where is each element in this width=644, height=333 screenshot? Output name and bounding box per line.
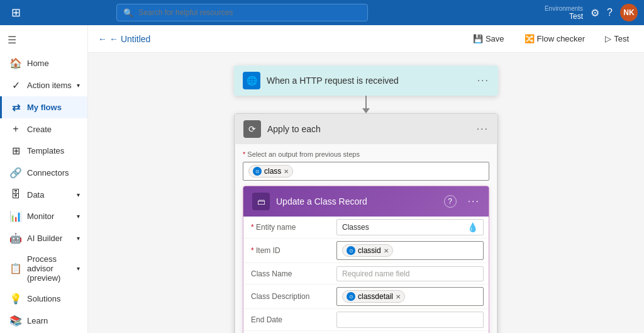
flow-title: ← Untitled [109, 34, 150, 44]
main-layout: ☰ 🏠 Home ✓ Action items ▾ ⇄ My flows + C… [0, 25, 644, 333]
sidebar-item-action-items[interactable]: ✓ Action items ▾ [0, 74, 87, 96]
sidebar-item-data[interactable]: 🗄 Data ▾ [0, 184, 87, 205]
token-input-class[interactable]: ⊙ class ✕ [243, 162, 489, 181]
classdetail-token-remove[interactable]: ✕ [396, 293, 401, 300]
sidebar-item-label: Templates [27, 146, 64, 155]
sidebar-item-label: Action items [27, 81, 72, 90]
sidebar-item-learn[interactable]: 📚 Learn [0, 310, 87, 332]
apply-node-more-icon[interactable]: ··· [477, 123, 489, 135]
field-label-class-name: Class Name [243, 266, 331, 282]
class-token-label: class [264, 167, 281, 176]
search-icon: 🔍 [123, 8, 133, 18]
test-label: Test [614, 34, 629, 43]
sidebar-item-templates[interactable]: ⊞ Templates [0, 140, 87, 162]
create-icon: + [9, 123, 22, 135]
back-button[interactable]: ← ← Untitled [98, 34, 150, 44]
field-value-class-description: ⊙ classdetail ✕ [331, 285, 489, 308]
top-nav: ⊞ 🔍 Environments Test ⚙ ? NK [0, 0, 644, 25]
field-item-id: Item ID ⊙ classid ✕ [243, 239, 489, 263]
sidebar-item-my-flows[interactable]: ⇄ My flows [0, 96, 87, 118]
field-class-name: Class Name Required name field [243, 263, 489, 285]
class-description-input[interactable]: ⊙ classdetail ✕ [336, 287, 484, 306]
apply-node-header[interactable]: ⟳ Apply to each ··· [235, 114, 497, 144]
sidebar-item-label: Learn [27, 316, 48, 325]
arrow-line [365, 96, 367, 108]
entity-name-text: Classes [342, 223, 369, 232]
select-output-label: Select an output from previous steps [243, 150, 489, 158]
chevron-down-icon: ▾ [77, 82, 80, 89]
classid-token-label: classid [358, 246, 381, 255]
classid-token-icon: ⊙ [347, 246, 355, 255]
waffle-icon[interactable]: ⊞ [6, 6, 25, 20]
ai-builder-icon: 🤖 [9, 232, 22, 244]
apply-node-body: Select an output from previous steps ⊙ c… [235, 144, 497, 333]
class-token[interactable]: ⊙ class ✕ [248, 165, 293, 178]
search-input[interactable] [138, 8, 361, 17]
entity-name-input[interactable]: Classes 💧 [336, 219, 484, 235]
field-value-end-date [331, 309, 489, 330]
chevron-down-icon: ▾ [77, 235, 80, 242]
classdetail-token-label: classdetail [358, 292, 393, 301]
save-button[interactable]: 💾 Save [468, 31, 509, 46]
sidebar-hamburger[interactable]: ☰ [0, 30, 87, 50]
classdetail-token-icon: ⊙ [347, 292, 355, 301]
class-token-remove[interactable]: ✕ [284, 168, 289, 175]
sidebar-item-connectors[interactable]: 🔗 Connectors [0, 162, 87, 184]
end-date-input[interactable] [336, 312, 484, 328]
sidebar-item-label: My flows [27, 103, 62, 112]
user-avatar[interactable]: NK [620, 4, 638, 21]
save-label: Save [486, 34, 504, 43]
sidebar-item-label: Solutions [27, 294, 60, 303]
sidebar-item-label: Connectors [27, 168, 69, 178]
sidebar-item-process-advisor[interactable]: 📋 Process advisor (preview) ▾ [0, 249, 87, 288]
environment-info[interactable]: Environments Test [545, 5, 583, 21]
http-node-title: When a HTTP request is received [267, 76, 471, 86]
sidebar-item-solutions[interactable]: 💡 Solutions [0, 288, 87, 310]
sidebar-item-monitor[interactable]: 📊 Monitor ▾ [0, 205, 87, 227]
save-icon: 💾 [473, 34, 483, 43]
flow-container: 🌐 When a HTTP request is received ··· ⟳ … [221, 65, 511, 333]
chevron-down-icon: ▾ [77, 265, 80, 272]
classid-token-remove[interactable]: ✕ [384, 247, 389, 254]
update-node-header[interactable]: 🗃 Update a Class Record ? ··· [243, 186, 489, 217]
settings-icon[interactable]: ⚙ [591, 7, 599, 19]
update-node-more-icon[interactable]: ··· [468, 196, 480, 207]
field-end-date: End Date [243, 309, 489, 331]
apply-each-node[interactable]: ⟳ Apply to each ··· Select an output fro… [234, 113, 498, 333]
flow-checker-button[interactable]: 🔀 Flow checker [519, 31, 591, 46]
subheader: ← ← Untitled 💾 Save 🔀 Flow checker ▷ Tes… [88, 25, 644, 53]
data-icon: 🗄 [9, 189, 22, 200]
http-node-more-icon[interactable]: ··· [477, 75, 489, 86]
field-label-class-description: Class Description [243, 288, 331, 305]
templates-icon: ⊞ [9, 145, 22, 157]
field-value-entity-name: Classes 💧 [331, 217, 489, 238]
http-trigger-node[interactable]: 🌐 When a HTTP request is received ··· [234, 65, 498, 96]
chevron-down-icon: ▾ [77, 191, 80, 198]
env-name: Test [569, 12, 583, 21]
update-node-help-icon[interactable]: ? [444, 195, 457, 208]
http-node-icon: 🌐 [243, 72, 260, 89]
apply-node-icon: ⟳ [243, 120, 261, 138]
help-icon[interactable]: ? [607, 7, 613, 18]
apply-node-title: Apply to each [267, 124, 470, 134]
sidebar-item-create[interactable]: + Create [0, 118, 87, 140]
update-node-body: Entity name Classes 💧 [243, 217, 489, 333]
test-button[interactable]: ▷ Test [600, 31, 634, 46]
arrow-head [362, 108, 370, 113]
classdetail-token[interactable]: ⊙ classdetail ✕ [342, 290, 405, 303]
sidebar-item-home[interactable]: 🏠 Home [0, 52, 87, 74]
classid-token[interactable]: ⊙ classid ✕ [342, 244, 393, 257]
search-bar[interactable]: 🔍 [116, 4, 368, 21]
sidebar-item-label: Process advisor (preview) [27, 254, 72, 283]
sidebar-item-ai-builder[interactable]: 🤖 AI Builder ▾ [0, 227, 87, 249]
flow-checker-label: Flow checker [537, 34, 586, 43]
process-advisor-icon: 📋 [9, 262, 22, 274]
class-name-input[interactable]: Required name field [336, 266, 484, 281]
top-nav-right: Environments Test ⚙ ? NK [545, 4, 638, 21]
update-record-node: 🗃 Update a Class Record ? ··· Entity nam… [243, 186, 489, 333]
entity-dropdown-icon: 💧 [467, 222, 478, 232]
http-node-header[interactable]: 🌐 When a HTTP request is received ··· [234, 65, 498, 96]
update-node-icon: 🗃 [252, 193, 270, 210]
item-id-input[interactable]: ⊙ classid ✕ [336, 241, 484, 260]
field-label-item-id: Item ID [243, 242, 331, 259]
